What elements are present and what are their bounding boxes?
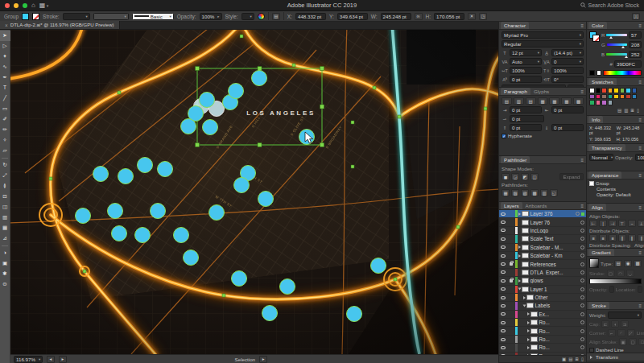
artboard-next-icon[interactable]: ▸ <box>59 356 67 363</box>
close-window-button[interactable] <box>5 3 10 8</box>
color-spectrum[interactable] <box>603 70 642 76</box>
target-circle-icon[interactable] <box>580 278 584 283</box>
home-icon[interactable]: ⌂ <box>31 2 35 9</box>
linear-gradient-button[interactable]: ▤ <box>614 260 622 267</box>
swatch[interactable] <box>601 94 607 100</box>
status-flyout-icon[interactable]: ▸ <box>259 356 267 363</box>
zoom-window-button[interactable] <box>23 3 27 8</box>
tab-layers[interactable]: Layers <box>501 202 522 209</box>
layer-row[interactable]: Other <box>499 294 586 302</box>
gradient-opacity-field[interactable] <box>609 286 614 293</box>
target-circle-icon[interactable] <box>580 295 584 299</box>
intersect-button[interactable]: ◩ <box>521 173 529 180</box>
black-chip[interactable] <box>589 70 595 76</box>
map-marker-dot[interactable] <box>93 167 109 182</box>
hand-tool[interactable]: ✱ <box>0 269 10 279</box>
tab-stroke[interactable]: Stroke <box>588 302 609 309</box>
tab-paragraph[interactable]: Paragraph <box>501 88 530 95</box>
line-segment-tool[interactable]: ╱ <box>0 93 10 104</box>
tab-info[interactable]: Info <box>588 116 603 123</box>
target-circle-icon[interactable] <box>580 312 584 316</box>
crop-button[interactable]: ▩ <box>530 189 539 196</box>
bevel-join-button[interactable]: ◸ <box>627 329 635 336</box>
stroke-within-button[interactable]: ◻ <box>607 270 615 277</box>
appearance-row[interactable]: Contents <box>589 187 642 192</box>
map-marker-dot[interactable] <box>112 226 127 241</box>
hyphenate-checkbox[interactable]: ✓ <box>502 134 506 138</box>
target-circle-icon[interactable] <box>576 212 580 216</box>
document-tab[interactable]: × DTLA-dtp-2.ai* @ 116.97% (RGB/GPU Prev… <box>0 21 120 29</box>
lasso-tool[interactable]: ∿ <box>0 62 10 72</box>
brush-definition-select[interactable]: Basic▾ <box>132 13 174 20</box>
map-marker-dot[interactable] <box>184 250 199 266</box>
visibility-toggle[interactable] <box>499 212 507 216</box>
panel-menu-icon[interactable]: ≡ <box>638 303 642 308</box>
unite-button[interactable]: ◼ <box>502 173 510 180</box>
panel-menu-icon[interactable]: ≡ <box>638 23 642 28</box>
anchor-point[interactable] <box>351 165 354 168</box>
paintbrush-tool[interactable]: ✐ <box>0 114 10 125</box>
align-stroke-center-button[interactable]: ▣ <box>619 338 627 345</box>
layer-row[interactable]: Layer 1 <box>499 286 586 294</box>
layer-row[interactable]: Ro... <box>499 336 586 344</box>
panel-menu-icon[interactable]: ≡ <box>638 118 642 122</box>
layer-row[interactable]: Scale Text <box>499 235 586 243</box>
swatch[interactable] <box>620 88 625 93</box>
constrain-proportions-icon[interactable]: ∞ <box>415 13 423 20</box>
target-circle-icon[interactable] <box>580 229 584 233</box>
map-marker-dot[interactable] <box>209 205 225 221</box>
tab-appearance[interactable]: Appearance <box>588 171 621 179</box>
channel-value-field[interactable]: 208 <box>629 41 642 48</box>
zoom-level-select[interactable]: 116.97%▾ <box>14 356 43 363</box>
stroke-weight-field[interactable]: ▾ <box>63 13 90 20</box>
swatch[interactable] <box>596 88 601 93</box>
space-before-field[interactable]: 0 pt <box>510 124 542 131</box>
anchor-point[interactable] <box>49 177 52 180</box>
target-circle-icon[interactable] <box>580 287 584 291</box>
stroke-along-button[interactable]: ◠ <box>617 270 625 277</box>
direct-selection-tool[interactable]: ▷ <box>0 41 10 52</box>
align-center-button[interactable]: ▥ <box>514 97 524 105</box>
map-marker-dot[interactable] <box>138 158 153 173</box>
target-circle-icon[interactable] <box>580 303 584 307</box>
swatch[interactable] <box>632 94 638 100</box>
minus-back-button[interactable]: ◱ <box>550 189 558 196</box>
panel-menu-icon[interactable]: ≡ <box>580 158 584 163</box>
map-marker-dot[interactable] <box>151 204 166 219</box>
swatch[interactable] <box>596 94 601 100</box>
tab-pathfinder[interactable]: Pathfinder <box>501 156 530 163</box>
dashed-line-checkbox[interactable] <box>589 348 594 353</box>
layer-row[interactable]: References <box>499 260 586 268</box>
v-scale-field[interactable]: 100% <box>551 67 584 74</box>
dist-h-left-button[interactable]: ∥ <box>618 234 626 241</box>
opacity-field[interactable]: 100%▸ <box>635 154 644 161</box>
opacity-field[interactable]: 100%▸ <box>200 13 222 20</box>
justify-center-button[interactable]: ▦ <box>549 97 559 105</box>
selection-handle[interactable] <box>320 143 324 147</box>
swatch-kinds-icon[interactable]: ▥ <box>624 108 628 113</box>
canvas[interactable]: S HILL STS OLIVE STS GRAND AVES BROADWAY… <box>10 30 498 354</box>
pencil-tool[interactable]: ✏ <box>0 125 10 135</box>
visibility-toggle[interactable] <box>499 245 507 249</box>
lock-toggle[interactable] <box>508 262 514 266</box>
map-marker-dot[interactable] <box>232 271 247 287</box>
align-left-button[interactable]: ▤ <box>502 97 512 105</box>
target-circle-icon[interactable] <box>580 262 584 266</box>
anchor-point[interactable] <box>398 115 401 118</box>
visibility-toggle[interactable] <box>499 279 507 283</box>
align-right-button[interactable]: ▤ <box>526 97 536 105</box>
map-marker-dot[interactable] <box>200 93 215 108</box>
justify-all-button[interactable]: ▩ <box>573 97 584 105</box>
align-stroke-outside-button[interactable]: □ <box>638 338 644 345</box>
channel-slider[interactable] <box>607 43 627 46</box>
tab-transparency[interactable]: Transparency <box>588 144 625 151</box>
recolor-artwork-icon[interactable] <box>258 13 265 20</box>
map-marker-dot[interactable] <box>181 119 196 134</box>
visibility-toggle[interactable] <box>499 321 507 324</box>
new-layer-icon[interactable]: ⊞ <box>575 357 579 361</box>
map-marker-dot[interactable] <box>174 228 189 243</box>
layer-row[interactable]: Layer 76 <box>499 218 586 226</box>
font-style-select[interactable]: Regular▾ <box>502 40 584 47</box>
swatch[interactable] <box>589 88 595 93</box>
expand-triangle-icon[interactable] <box>523 296 526 299</box>
